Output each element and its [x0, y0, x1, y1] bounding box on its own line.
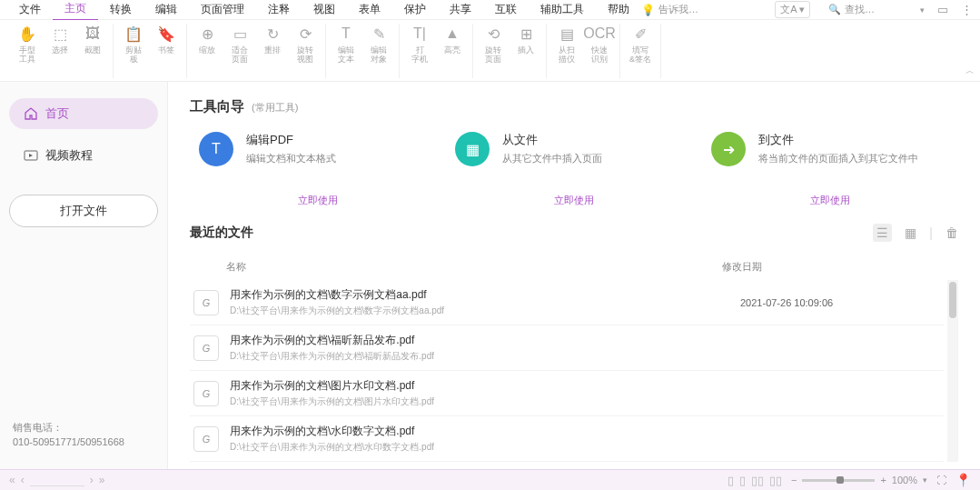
card-action[interactable]: 立即使用	[810, 194, 850, 207]
pdf-file-icon: G	[193, 290, 219, 315]
ribbon-icon: 🔖	[156, 24, 176, 44]
sidebar-video[interactable]: 视频教程	[9, 140, 158, 171]
nav-prev-icon[interactable]: ‹	[21, 474, 25, 486]
ribbon-手型工具[interactable]: ✋手型 工具	[15, 24, 40, 78]
menu-annotate[interactable]: 注释	[256, 0, 302, 20]
menu-form[interactable]: 表单	[347, 0, 392, 20]
continuous-icon[interactable]: ▯	[739, 474, 746, 487]
ribbon-适合页面[interactable]: ▭适合 页面	[227, 24, 252, 78]
fullscreen-icon[interactable]: ⛶	[936, 475, 946, 485]
ribbon-旋转视图[interactable]: ⟳旋转 视图	[292, 24, 318, 78]
sidebar-home[interactable]: 首页	[9, 98, 158, 129]
ribbon-label: 编辑 对象	[371, 45, 387, 64]
card-title: 到文件	[758, 132, 918, 148]
menu-page-manage[interactable]: 页面管理	[189, 0, 256, 20]
ribbon-icon: ⬚	[50, 24, 70, 44]
file-item[interactable]: G用来作为示例的文档\水印数字文档.pdfD:\社交平台\用来作为示例的文档\水…	[190, 416, 944, 462]
sales-phone: 010-50951771/50951668	[13, 435, 154, 449]
search-placeholder: 查找…	[845, 3, 875, 16]
menu-convert[interactable]: 转换	[98, 0, 144, 20]
ribbon-collapse-icon[interactable]: ︿	[965, 65, 975, 77]
nav-last-icon[interactable]: »	[99, 474, 105, 486]
ribbon-编辑文本[interactable]: T编辑 文本	[333, 24, 359, 78]
ribbon-重排[interactable]: ↻重排	[260, 24, 285, 78]
menu-home[interactable]: 主页	[53, 0, 98, 21]
wizard-cards: T编辑PDF编辑文档和文本格式立即使用▦从文件从其它文件中插入页面立即使用➜到文…	[190, 132, 958, 207]
ribbon-打字机[interactable]: T|打 字机	[407, 24, 432, 78]
ribbon-icon: 📋	[124, 24, 144, 44]
ribbon-选择[interactable]: ⬚选择	[47, 24, 73, 78]
ribbon-label: 旋转 视图	[297, 45, 313, 64]
window-min-icon[interactable]: ▭	[937, 3, 948, 16]
ribbon-label: 快速 识别	[591, 45, 608, 64]
content-area: 工具向导 (常用工具) T编辑PDF编辑文档和文本格式立即使用▦从文件从其它文件…	[168, 82, 980, 469]
search-box[interactable]: 🔍 查找… ▾	[828, 3, 925, 16]
ribbon-从扫描仪[interactable]: ▤从扫 描仪	[554, 24, 579, 78]
ribbon-书签[interactable]: 🔖书签	[153, 24, 179, 78]
zoom-slider[interactable]	[802, 479, 875, 482]
ribbon-label: 截图	[84, 45, 101, 55]
view-mode-bar: ▯ ▯ ▯▯ ▯▯	[728, 474, 782, 487]
ribbon-插入[interactable]: ⊞插入	[513, 24, 539, 78]
menu-edit[interactable]: 编辑	[144, 0, 189, 20]
ribbon-高亮[interactable]: ▲高亮	[440, 24, 465, 78]
menu-assist[interactable]: 辅助工具	[529, 0, 596, 20]
zoom-in-icon[interactable]: +	[880, 475, 886, 485]
menu-protect[interactable]: 保护	[392, 0, 438, 20]
wizard-card[interactable]: ➜到文件将当前文件的页面插入到其它文件中立即使用	[702, 132, 958, 207]
file-item[interactable]: G用来作为示例的文档\福昕新品发布.pdfD:\社交平台\用来作为示例的文档\福…	[190, 325, 944, 371]
card-desc: 编辑文档和文本格式	[246, 152, 336, 165]
file-name: 用来作为示例的文档\图片水印文档.pdf	[230, 378, 729, 394]
list-view-icon[interactable]: ☰	[873, 224, 892, 242]
ribbon-缩放[interactable]: ⊕缩放	[194, 24, 220, 78]
lang-toggle-icon[interactable]: 文A ▾	[775, 1, 810, 18]
ribbon-快速识别[interactable]: OCR快速 识别	[587, 24, 612, 78]
card-action[interactable]: 立即使用	[298, 194, 338, 207]
ribbon-icon: ↻	[262, 24, 282, 44]
menu-help[interactable]: 帮助	[596, 0, 641, 20]
ribbon-填写&签名[interactable]: ✐填写 &签名	[628, 24, 653, 78]
ribbon-label: 手型 工具	[19, 45, 35, 64]
ribbon-icon: ✎	[369, 24, 389, 44]
pin-icon[interactable]: 📍	[955, 473, 971, 487]
nav-next-icon[interactable]: ›	[90, 474, 94, 486]
tell-me-hint[interactable]: 告诉我…	[658, 3, 698, 16]
file-name: 用来作为示例的文档\福昕新品发布.pdf	[230, 333, 729, 348]
sidebar: 首页 视频教程 打开文件 销售电话： 010-50951771/50951668	[0, 82, 168, 469]
grid-view-icon[interactable]: ▦	[905, 225, 916, 240]
file-item[interactable]: G用来作为示例的文档\数字示例文档aa.pdfD:\社交平台\用来作为示例的文档…	[190, 280, 944, 325]
card-action[interactable]: 立即使用	[554, 194, 594, 207]
file-item[interactable]: G用来作为示例的文档\图片水印文档.pdfD:\社交平台\用来作为示例的文档\图…	[190, 371, 944, 416]
scrollbar-vertical[interactable]	[947, 280, 958, 462]
ribbon-icon: ✋	[17, 24, 37, 44]
ribbon-label: 旋转 页面	[485, 45, 501, 64]
ribbon-label: 缩放	[199, 45, 215, 55]
zoom-control: − + 100% ▾	[791, 475, 927, 485]
menu-share[interactable]: 共享	[438, 0, 483, 20]
ribbon-剪贴板[interactable]: 📋剪贴 板	[121, 24, 146, 78]
single-page-icon[interactable]: ▯	[728, 474, 734, 487]
nav-first-icon[interactable]: «	[9, 474, 15, 486]
ribbon-截图[interactable]: 🖼截图	[80, 24, 105, 78]
card-icon: ▦	[455, 132, 490, 166]
open-file-button[interactable]: 打开文件	[9, 195, 158, 227]
wizard-card[interactable]: T编辑PDF编辑文档和文本格式立即使用	[190, 132, 446, 207]
zoom-out-icon[interactable]: −	[791, 475, 797, 485]
window-more-icon[interactable]: ⋮	[961, 3, 973, 16]
card-desc: 将当前文件的页面插入到其它文件中	[758, 152, 918, 165]
cover-icon[interactable]: ▯▯	[769, 474, 782, 487]
zoom-value: 100%	[892, 475, 917, 485]
wizard-card[interactable]: ▦从文件从其它文件中插入页面立即使用	[446, 132, 702, 207]
ribbon-label: 重排	[264, 45, 281, 55]
delete-icon[interactable]: 🗑	[945, 225, 958, 240]
two-page-icon[interactable]: ▯▯	[751, 474, 764, 487]
sales-label: 销售电话：	[13, 420, 154, 435]
menu-file[interactable]: 文件	[7, 0, 53, 20]
ribbon-旋转页面[interactable]: ⟲旋转 页面	[480, 24, 506, 78]
card-desc: 从其它文件中插入页面	[502, 152, 602, 165]
menu-view[interactable]: 视图	[302, 0, 347, 20]
search-icon: 🔍	[828, 4, 841, 15]
pdf-file-icon: G	[193, 426, 219, 452]
menu-connect[interactable]: 互联	[483, 0, 529, 20]
ribbon-编辑对象[interactable]: ✎编辑 对象	[366, 24, 391, 78]
